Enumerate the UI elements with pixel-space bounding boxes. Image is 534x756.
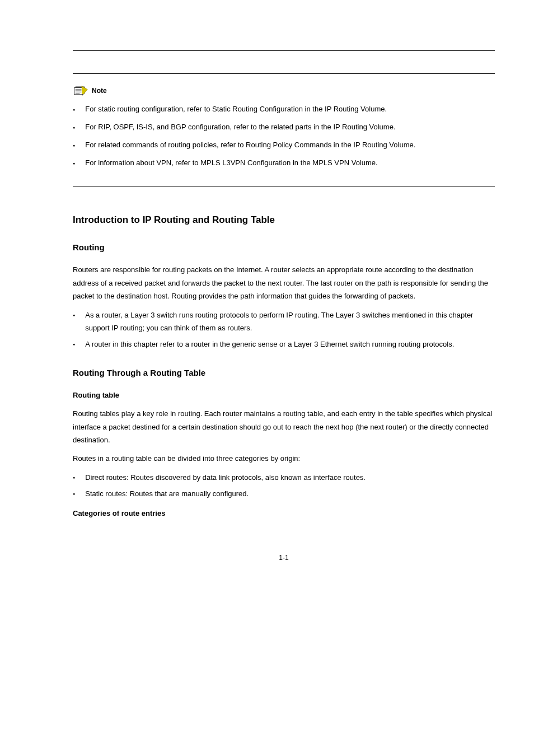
section-heading: Introduction to IP Routing and Routing T… bbox=[73, 214, 495, 226]
subsection-heading: Routing bbox=[73, 242, 495, 252]
list-text: Direct routes: Routes discovered by data… bbox=[85, 471, 366, 484]
note-header: Note bbox=[73, 85, 495, 96]
paragraph: Routing tables play a key role in routin… bbox=[73, 407, 495, 446]
note-item: ● For RIP, OSPF, IS-IS, and BGP configur… bbox=[73, 121, 495, 133]
list-text: Static routes: Routes that are manually … bbox=[85, 487, 249, 500]
list-item: ● Static routes: Routes that are manuall… bbox=[73, 487, 495, 500]
bullet-icon: ● bbox=[73, 160, 75, 167]
note-text: For RIP, OSPF, IS-IS, and BGP configurat… bbox=[85, 121, 395, 133]
paragraph-subhead: Categories of route entries bbox=[73, 507, 495, 520]
bullet-icon: ● bbox=[73, 142, 75, 149]
top-rule bbox=[73, 50, 495, 51]
note-text: For related commands of routing policies… bbox=[85, 139, 415, 151]
body-list: ● As a router, a Layer 3 switch runs rou… bbox=[73, 309, 495, 351]
bullet-icon: ● bbox=[73, 474, 75, 482]
body-list: ● Direct routes: Routes discovered by da… bbox=[73, 471, 495, 501]
note-item: ● For related commands of routing polici… bbox=[73, 139, 495, 151]
bullet-icon: ● bbox=[73, 491, 75, 498]
note-item: ● For information about VPN, refer to MP… bbox=[73, 157, 495, 169]
bullet-icon: ● bbox=[73, 106, 75, 113]
note-label: Note bbox=[92, 87, 107, 95]
paragraph-subhead: Routing table bbox=[73, 389, 495, 402]
paragraph: Routers are responsible for routing pack… bbox=[73, 263, 495, 302]
page-number: 1-1 bbox=[73, 554, 495, 562]
note-icon bbox=[73, 85, 88, 96]
note-item: ● For static routing configuration, refe… bbox=[73, 103, 495, 115]
bullet-icon: ● bbox=[73, 124, 75, 131]
list-item: ● Direct routes: Routes discovered by da… bbox=[73, 471, 495, 484]
note-text: For static routing configuration, refer … bbox=[85, 103, 387, 115]
paragraph: Routes in a routing table can be divided… bbox=[73, 452, 495, 465]
list-text: A router in this chapter refer to a rout… bbox=[85, 338, 454, 351]
list-text: As a router, a Layer 3 switch runs routi… bbox=[85, 309, 495, 335]
note-text: For information about VPN, refer to MPLS… bbox=[85, 157, 377, 169]
list-item: ● As a router, a Layer 3 switch runs rou… bbox=[73, 309, 495, 335]
bullet-icon: ● bbox=[73, 312, 75, 319]
note-list: ● For static routing configuration, refe… bbox=[73, 103, 495, 169]
list-item: ● A router in this chapter refer to a ro… bbox=[73, 338, 495, 351]
subsection-heading: Routing Through a Routing Table bbox=[73, 368, 495, 377]
bullet-icon: ● bbox=[73, 341, 75, 348]
document-page: Note ● For static routing configuration,… bbox=[0, 0, 534, 595]
note-callout: Note ● For static routing configuration,… bbox=[73, 73, 495, 186]
